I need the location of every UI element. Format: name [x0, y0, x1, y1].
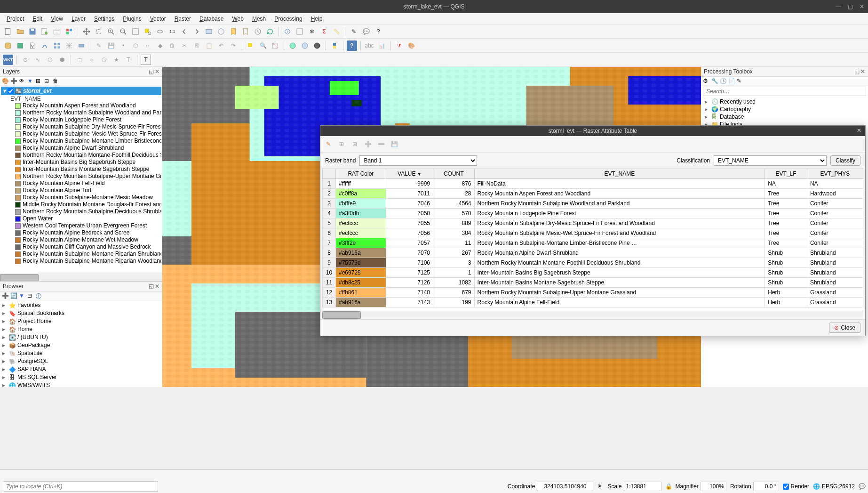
table-row[interactable]: 7#3fff2e705711Rocky Mountain Subalpine-M…	[323, 238, 863, 248]
help-icon[interactable]: ?	[347, 40, 357, 51]
new-3d-view-icon[interactable]	[216, 26, 226, 37]
new-map-view-icon[interactable]	[204, 26, 214, 37]
text-annotation-icon[interactable]: T	[141, 55, 151, 65]
expand-all-icon[interactable]: ⊞	[36, 78, 42, 84]
deselect-icon[interactable]	[270, 40, 280, 51]
table-row[interactable]: 6#ecfccc7056304Rocky Mountain Subalpine …	[323, 228, 863, 238]
add-group-icon[interactable]: ➕	[10, 78, 17, 84]
style-dock-icon[interactable]: 🎨	[406, 40, 416, 51]
layer-styling-icon[interactable]: 🎨	[2, 78, 8, 84]
edit-in-place-icon[interactable]: ✎	[737, 78, 743, 84]
browser-item[interactable]: ▸🌐WMS/WMTS	[2, 381, 160, 387]
menu-vector[interactable]: Vector	[146, 15, 170, 23]
menu-edit[interactable]: Edit	[29, 15, 46, 23]
legend-item[interactable]: Rocky Mountain Subalpine Dry-Mesic Spruc…	[1, 123, 161, 130]
refresh-icon[interactable]	[265, 26, 275, 37]
rat-col-header[interactable]: COUNT	[433, 169, 475, 179]
rat-col-header[interactable]: VALUE ▼	[386, 169, 433, 179]
layer-root[interactable]: ▾ storml_evt	[1, 87, 161, 95]
collapse-all-icon[interactable]: ⊟	[44, 78, 51, 84]
results-icon[interactable]: 📄	[728, 78, 735, 84]
dialog-titlebar[interactable]: storml_evt — Raster Attribute Table ✕	[320, 126, 865, 136]
rat-color-cell[interactable]: #c0ff8a	[336, 189, 386, 199]
legend-item[interactable]: Rocky Mountain Aspen Forest and Woodland	[1, 102, 161, 109]
rat-color-cell[interactable]: #3fff2e	[336, 238, 386, 248]
zoom-out-icon[interactable]	[118, 26, 128, 37]
menu-view[interactable]: View	[47, 15, 67, 23]
new-geopackage-icon[interactable]	[15, 40, 25, 51]
undock-icon[interactable]: ◱	[149, 283, 154, 290]
legend-item[interactable]: Rocky Mountain Alpine Turf	[1, 187, 161, 194]
layer-tree[interactable]: ▾ storml_evt EVT_NAME Rocky Mountain Asp…	[0, 86, 162, 274]
new-memory-layer-icon[interactable]	[76, 40, 87, 51]
legend-item[interactable]: Rocky Mountain Alpine Dwarf-Shrubland	[1, 145, 161, 152]
processing-item[interactable]: ▸🗄Database	[703, 113, 866, 121]
filter-legend-icon[interactable]: ▼	[27, 78, 34, 84]
legend-item[interactable]: Northern Rocky Mountain Montane-Foothill…	[1, 152, 161, 159]
rat-color-cell[interactable]: #a3f0db	[336, 209, 386, 218]
legend-item[interactable]: Rocky Mountain Cliff Canyon and Massive …	[1, 243, 161, 251]
rat-color-cell[interactable]: #ffb861	[336, 288, 386, 298]
legend-item[interactable]: Northern Rocky Mountain Subalpine Woodla…	[1, 109, 161, 116]
processing-item[interactable]: ▸🕓Recently used	[703, 98, 866, 105]
undock-icon[interactable]: ◱	[149, 68, 154, 75]
table-row[interactable]: 8#ab916a7070267Rocky Mountain Alpine Dwa…	[323, 248, 863, 258]
manage-themes-icon[interactable]: 👁	[19, 78, 25, 84]
close-icon[interactable]: ✕	[860, 3, 864, 10]
legend-item[interactable]: Western Cool Temperate Urban Evergreen F…	[1, 222, 161, 229]
classification-select[interactable]: EVT_NAME	[714, 155, 827, 166]
select-features-icon[interactable]	[246, 40, 256, 51]
new-virtual-layer-icon[interactable]	[52, 40, 62, 51]
rat-col-header[interactable]: RAT Color	[336, 169, 386, 179]
rat-color-cell[interactable]: #db8c25	[336, 278, 386, 288]
messages-icon[interactable]: 💬	[859, 483, 865, 490]
rat-color-cell[interactable]: #ecfccc	[336, 218, 386, 228]
minimize-icon[interactable]: —	[836, 3, 841, 10]
browser-item[interactable]: ▸🏠Project Home	[2, 317, 160, 325]
new-mesh-icon[interactable]	[64, 40, 74, 51]
legend-item[interactable]: Inter-Mountain Basins Big Sagebrush Step…	[1, 159, 161, 166]
zoom-in-icon[interactable]	[106, 26, 116, 37]
new-print-layout-icon[interactable]	[40, 26, 50, 37]
processing-item[interactable]: ▸🌍Cartography	[703, 105, 866, 113]
measure-icon[interactable]: 📏	[331, 26, 342, 37]
close-panel-icon[interactable]: ✕	[860, 68, 865, 75]
lock-scale-icon[interactable]: 🔒	[665, 483, 672, 490]
legend-item[interactable]: Inter-Mountain Basins Montane Sagebrush …	[1, 166, 161, 173]
diagram-icon[interactable]: 📊	[376, 40, 387, 51]
layout-manager-icon[interactable]	[52, 26, 62, 37]
menu-settings[interactable]: Settings	[90, 15, 118, 23]
properties-icon[interactable]: ⓘ	[36, 292, 42, 299]
toggle-extents-icon[interactable]: 🖱	[597, 483, 604, 490]
layer-visibility-checkbox[interactable]	[8, 88, 14, 94]
layer-filter-icon[interactable]: ⧩	[394, 40, 404, 51]
show-bookmarks-icon[interactable]	[240, 26, 251, 37]
table-row[interactable]: 1#ffffff-9999876Fill-NoDataNANA	[323, 179, 863, 189]
menu-project[interactable]: Project	[3, 15, 28, 23]
menu-raster[interactable]: Raster	[171, 15, 195, 23]
rat-col-header[interactable]	[323, 169, 336, 179]
metasearch-icon[interactable]	[312, 40, 322, 51]
statistics-icon[interactable]: Σ	[319, 26, 329, 37]
filter-browser-icon[interactable]: ▼	[19, 292, 25, 299]
temporal-icon[interactable]	[253, 26, 263, 37]
osm-icon[interactable]	[287, 40, 298, 51]
locator-input[interactable]	[3, 481, 158, 492]
table-row[interactable]: 11#db8c2571261082Inter-Mountain Basins M…	[323, 278, 863, 288]
render-toggle[interactable]: Render	[783, 483, 809, 490]
legend-item[interactable]: Rocky Mountain Subalpine-Montane Limber-…	[1, 137, 161, 145]
rat-table[interactable]: RAT ColorVALUE ▼COUNTEVT_NAMEEVT_LFEVT_P…	[322, 169, 863, 307]
legend-item[interactable]: Rocky Mountain Subalpine-Montane Mesic M…	[1, 194, 161, 201]
new-project-icon[interactable]	[3, 26, 13, 37]
rat-col-header[interactable]: EVT_LF	[765, 169, 807, 179]
render-checkbox[interactable]	[783, 484, 789, 490]
add-layer-icon[interactable]: ➕	[2, 292, 8, 299]
close-panel-icon[interactable]: ✕	[155, 283, 159, 290]
new-shapefile-icon[interactable]: V	[27, 40, 38, 51]
rat-color-cell[interactable]: #e69729	[336, 268, 386, 278]
table-row[interactable]: 10#e6972971251Inter-Mountain Basins Big …	[323, 268, 863, 278]
legend-item[interactable]: Rocky Mountain Alpine-Montane Wet Meadow	[1, 236, 161, 243]
collapse-browser-icon[interactable]: ⊟	[27, 292, 34, 299]
browser-item[interactable]: ▸🐘PostgreSQL	[2, 357, 160, 365]
history-icon[interactable]: 🕓	[720, 78, 726, 84]
